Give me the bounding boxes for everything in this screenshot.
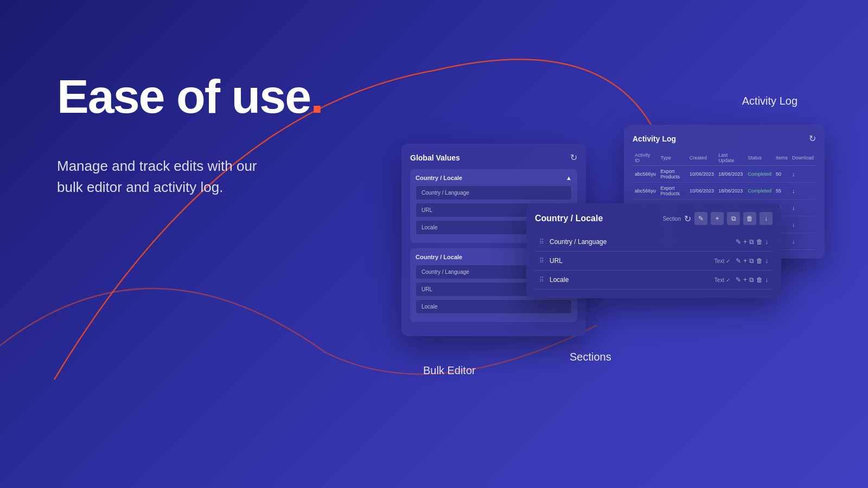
cell-download[interactable]: ↓ <box>790 216 816 233</box>
col-status: Status <box>745 150 774 166</box>
col-created: Created <box>687 150 716 166</box>
row-download-url[interactable]: ↓ <box>765 257 768 265</box>
activity-log-title: Activity Log <box>633 134 676 143</box>
sections-panel-header: Country / Locale Section ↻ ✎ + ⧉ 🗑 ↓ <box>535 212 773 225</box>
row-edit-country[interactable]: ✎ <box>736 238 741 246</box>
section-row-url: ⠿ URL Text ✓ ✎ + ⧉ 🗑 ↓ <box>535 252 773 271</box>
col-download: Download <box>790 150 816 166</box>
sections-delete-btn[interactable]: 🗑 <box>743 212 756 225</box>
cell-type: Export Products <box>658 183 687 200</box>
cell-id: abc566yu <box>633 183 658 200</box>
row-add-country[interactable]: + <box>743 238 747 246</box>
row-name-locale: Locale <box>550 276 709 284</box>
row-add-url[interactable]: + <box>743 257 747 265</box>
row-delete-url[interactable]: 🗑 <box>756 257 763 265</box>
row-copy-country[interactable]: ⧉ <box>749 238 754 246</box>
row-actions-locale: ✎ + ⧉ 🗑 ↓ <box>736 276 768 284</box>
table-row: abc566yu Export Products 10/06/2023 18/0… <box>633 183 816 200</box>
panels-container: Activity Log Activity Log ↻ Activity ID … <box>380 0 868 488</box>
bulk-editor-header: Global Values ↻ <box>410 152 577 163</box>
drag-handle-url: ⠿ <box>539 257 544 265</box>
row-delete-country[interactable]: 🗑 <box>756 238 763 246</box>
cell-items: 50 <box>774 166 790 183</box>
bulk-section-2-name: Country / Locale <box>416 254 462 260</box>
sections-actions: Section ↻ ✎ + ⧉ 🗑 ↓ <box>663 212 773 225</box>
cell-updated: 18/06/2023 <box>716 183 745 200</box>
row-name-url: URL <box>550 257 709 265</box>
row-edit-url[interactable]: ✎ <box>736 257 741 265</box>
sections-add-btn[interactable]: + <box>711 212 724 225</box>
bulk-section-1-expand[interactable]: ▲ <box>566 175 572 181</box>
activity-log-header: Activity Log ↻ <box>633 133 816 144</box>
table-row: abc566yu Export Products 10/06/2023 18/0… <box>633 166 816 183</box>
sections-download-btn[interactable]: ↓ <box>760 212 773 225</box>
cell-download[interactable]: ↓ <box>790 183 816 200</box>
row-type-locale: Text ✓ <box>714 277 730 283</box>
cell-download[interactable]: ↓ <box>790 200 816 216</box>
cell-created: 10/06/2023 <box>687 166 716 183</box>
row-name-country: Country / Language <box>550 238 725 246</box>
bulk-editor-refresh-icon[interactable]: ↻ <box>570 152 577 163</box>
field-country-language-1[interactable]: Country / Language <box>416 185 572 200</box>
drag-handle-locale: ⠿ <box>539 276 544 284</box>
cell-id: abc566yu <box>633 166 658 183</box>
cell-download[interactable]: ↓ <box>790 166 816 183</box>
title-dot: . <box>310 69 322 123</box>
subtitle-text: Manage and track edits with our bulk edi… <box>57 156 274 198</box>
bulk-editor-title: Global Values <box>410 153 460 162</box>
cell-items: 55 <box>774 183 790 200</box>
row-type-url: Text ✓ <box>714 258 730 264</box>
row-actions-country: ✎ + ⧉ 🗑 ↓ <box>736 238 768 246</box>
hero-section: Ease of use. Manage and track edits with… <box>57 70 323 198</box>
col-items: Items <box>774 150 790 166</box>
activity-log-refresh-icon[interactable]: ↻ <box>809 133 816 144</box>
cell-status: Completed <box>745 183 774 200</box>
bulk-section-1-header: Country / Locale ▲ <box>416 175 572 181</box>
col-activity-id: Activity ID <box>633 150 658 166</box>
row-download-country[interactable]: ↓ <box>765 238 768 246</box>
title-text: Ease of use <box>57 69 310 123</box>
activity-log-label: Activity Log <box>742 95 797 107</box>
sections-panel-title: Country / Locale <box>535 214 603 223</box>
row-download-locale[interactable]: ↓ <box>765 276 768 284</box>
row-copy-locale[interactable]: ⧉ <box>749 276 754 284</box>
row-actions-url: ✎ + ⧉ 🗑 ↓ <box>736 257 768 265</box>
section-row-country: ⠿ Country / Language ✎ + ⧉ 🗑 ↓ <box>535 233 773 252</box>
field-locale-2[interactable]: Locale <box>416 299 572 314</box>
row-add-locale[interactable]: + <box>743 276 747 284</box>
row-edit-locale[interactable]: ✎ <box>736 276 741 284</box>
row-copy-url[interactable]: ⧉ <box>749 257 754 265</box>
cell-status: Completed <box>745 166 774 183</box>
sections-edit-btn[interactable]: ✎ <box>694 212 707 225</box>
cell-created: 10/06/2023 <box>687 183 716 200</box>
bulk-editor-label: Bulk Editor <box>423 364 476 377</box>
cell-download[interactable]: ↓ <box>790 233 816 250</box>
col-type: Type <box>658 150 687 166</box>
row-delete-locale[interactable]: 🗑 <box>756 276 763 284</box>
cell-updated: 18/06/2023 <box>716 166 745 183</box>
cell-type: Export Products <box>658 166 687 183</box>
section-row-locale: ⠿ Locale Text ✓ ✎ + ⧉ 🗑 ↓ <box>535 271 773 290</box>
bulk-section-1-name: Country / Locale <box>416 175 462 181</box>
sections-panel: Country / Locale Section ↻ ✎ + ⧉ 🗑 ↓ ⠿ C… <box>526 203 781 298</box>
drag-handle-country: ⠿ <box>539 238 544 246</box>
main-title: Ease of use. <box>57 70 323 123</box>
col-last-update: Last Update <box>716 150 745 166</box>
sections-refresh-icon[interactable]: ↻ <box>684 214 691 224</box>
sections-copy-btn[interactable]: ⧉ <box>727 212 740 225</box>
sections-label: Sections <box>570 351 611 363</box>
section-label-text: Section <box>663 216 681 222</box>
